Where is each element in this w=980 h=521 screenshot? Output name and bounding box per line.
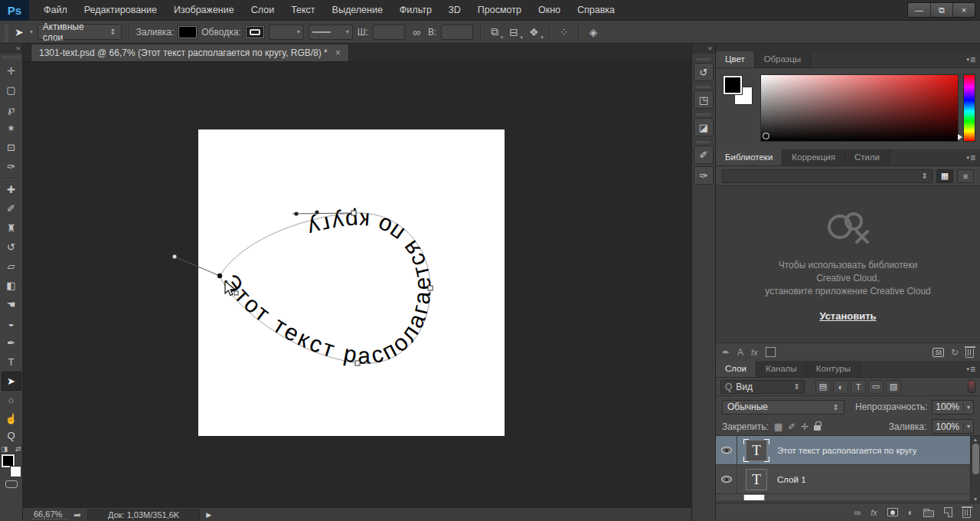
crop-tool[interactable]: ⊡ bbox=[2, 138, 21, 157]
delete-icon[interactable] bbox=[965, 349, 974, 358]
scroll-down-icon[interactable]: ▼ bbox=[973, 496, 978, 502]
tab-layers[interactable]: Слои bbox=[716, 361, 756, 377]
install-link[interactable]: Установить bbox=[819, 310, 876, 322]
stroke-type-dropdown[interactable]: ▾ bbox=[309, 25, 353, 40]
anchor-point-selected[interactable] bbox=[217, 274, 222, 278]
add-character-style-icon[interactable]: A bbox=[737, 347, 743, 358]
swap-colors-icon[interactable]: ⇄ bbox=[15, 445, 21, 453]
layer-style-icon[interactable]: fx bbox=[871, 508, 877, 517]
link-dimensions-icon[interactable]: ∞ bbox=[410, 26, 423, 38]
foreground-color-swatch[interactable] bbox=[724, 76, 742, 94]
share-icon[interactable]: ➦ bbox=[74, 510, 81, 520]
zoom-tool[interactable]: Q bbox=[2, 427, 21, 444]
chevron-down-icon[interactable]: ▾ bbox=[963, 423, 970, 430]
dodge-tool[interactable]: ◒ bbox=[2, 314, 21, 333]
lock-all-icon[interactable] bbox=[814, 425, 821, 431]
panel-menu-icon[interactable]: ▾≡ bbox=[966, 54, 975, 65]
magic-wand-tool[interactable]: ✶ bbox=[2, 119, 21, 138]
layers-scrollbar[interactable]: ▲ ▼ bbox=[970, 436, 980, 503]
brush-tool[interactable]: ✐ bbox=[2, 199, 21, 218]
layer-name[interactable]: Слой 1 bbox=[777, 475, 806, 484]
add-color-icon[interactable] bbox=[766, 347, 776, 357]
color-picker-handle[interactable] bbox=[763, 133, 769, 139]
menu-filter[interactable]: Фильтр bbox=[391, 0, 440, 21]
restore-button[interactable]: ⧉ bbox=[930, 3, 952, 17]
tab-channels[interactable]: Каналы bbox=[756, 361, 807, 377]
healing-brush-tool[interactable]: ✚ bbox=[2, 180, 21, 199]
adobe-stock-icon[interactable]: St bbox=[933, 348, 944, 357]
lock-pixels-icon[interactable]: ✐ bbox=[788, 421, 795, 432]
list-view-button[interactable]: ≡ bbox=[957, 169, 974, 183]
grid-view-button[interactable]: ▦ bbox=[936, 169, 953, 183]
lock-position-icon[interactable]: ✛ bbox=[801, 421, 808, 432]
eye-icon[interactable] bbox=[721, 476, 732, 483]
canvas-workarea[interactable]: Этот текст располагается по кругу bbox=[23, 62, 691, 507]
path-alignment-icon[interactable]: ⊟▾ bbox=[506, 26, 521, 38]
layer-thumbnail-selected[interactable]: T bbox=[743, 439, 769, 462]
hue-strip[interactable] bbox=[963, 74, 975, 142]
add-layer-style-icon[interactable]: fx bbox=[751, 348, 758, 357]
constrain-path-icon[interactable]: ◈ bbox=[586, 26, 600, 38]
delete-layer-icon[interactable] bbox=[962, 509, 971, 518]
link-layers-icon[interactable]: ∞ bbox=[854, 507, 861, 518]
quick-mask-icon[interactable] bbox=[5, 480, 18, 488]
fill-swatch[interactable] bbox=[178, 26, 197, 38]
menu-type[interactable]: Текст bbox=[283, 0, 323, 21]
menu-help[interactable]: Справка bbox=[569, 0, 623, 21]
filtering-toggle[interactable] bbox=[968, 380, 975, 393]
layer-thumbnail[interactable]: T bbox=[743, 468, 769, 491]
chevron-down-icon[interactable]: ▾ bbox=[963, 404, 970, 411]
extra-options-icon[interactable]: ⁘ bbox=[557, 26, 572, 38]
ellipse-tool[interactable]: ○ bbox=[2, 391, 21, 410]
type-layer-thumbnail[interactable]: T bbox=[746, 469, 767, 490]
layer-row-partial[interactable] bbox=[716, 494, 980, 500]
eye-icon[interactable] bbox=[721, 447, 732, 454]
saturation-brightness-picker[interactable] bbox=[760, 74, 959, 142]
tab-swatches[interactable]: Образцы bbox=[755, 51, 811, 67]
shape-height-input[interactable] bbox=[441, 25, 473, 40]
menu-file[interactable]: Файл bbox=[35, 0, 76, 21]
filter-pixel-layers-icon[interactable]: ▤ bbox=[815, 380, 831, 394]
move-tool[interactable]: ✛ bbox=[2, 61, 21, 80]
panel-menu-icon[interactable]: ▾≡ bbox=[966, 152, 975, 163]
lasso-tool[interactable]: ℘ bbox=[2, 100, 21, 119]
layer-row-text[interactable]: T Этот текст располагается по кругу bbox=[716, 436, 980, 465]
collapse-panels-icon[interactable]: « bbox=[692, 44, 715, 54]
info-panel-icon[interactable]: ◪ bbox=[694, 118, 714, 136]
smudge-tool[interactable]: ☚ bbox=[2, 295, 21, 314]
history-brush-tool[interactable]: ↺ bbox=[2, 238, 21, 257]
handle-point[interactable] bbox=[294, 211, 298, 215]
anchor-point[interactable] bbox=[428, 286, 433, 290]
menu-image[interactable]: Изображение bbox=[165, 0, 243, 21]
expand-tools-icon[interactable]: » bbox=[0, 44, 22, 54]
pen-tool[interactable]: ✒ bbox=[2, 333, 21, 352]
layer-row[interactable]: T Слой 1 bbox=[716, 465, 980, 494]
path-arrangement-icon[interactable]: ❖▾ bbox=[526, 26, 542, 38]
brush-panel-icon[interactable]: ✑ bbox=[694, 166, 714, 185]
anchor-point[interactable] bbox=[234, 291, 238, 295]
filter-type-dropdown[interactable]: Q Вид ⇕ bbox=[720, 380, 805, 394]
brush-presets-panel-icon[interactable]: ✐ bbox=[694, 146, 714, 164]
zoom-level-field[interactable]: 66,67% bbox=[32, 510, 67, 519]
stroke-width-dropdown[interactable]: ▾ bbox=[269, 25, 304, 40]
new-group-icon[interactable] bbox=[923, 510, 934, 517]
fill-value-box[interactable]: 100% ▾ bbox=[932, 419, 974, 434]
opacity-value-box[interactable]: 100% ▾ bbox=[932, 400, 974, 415]
adjustment-layer-icon[interactable]: ◐ bbox=[908, 507, 913, 518]
type-tool[interactable]: T bbox=[2, 352, 21, 372]
history-panel-icon[interactable]: ↺ bbox=[694, 63, 714, 81]
panel-menu-icon[interactable]: ▾≡ bbox=[966, 364, 975, 375]
menu-select[interactable]: Выделение bbox=[324, 0, 391, 21]
add-layer-mask-icon[interactable] bbox=[887, 508, 898, 516]
anchor-point[interactable] bbox=[355, 361, 360, 365]
close-tab-icon[interactable]: × bbox=[335, 48, 341, 58]
menu-3d[interactable]: 3D bbox=[440, 0, 469, 21]
stroke-swatch[interactable] bbox=[246, 26, 264, 38]
document-tab[interactable]: 1301-text.psd @ 66,7% (Этот текст распол… bbox=[31, 44, 349, 61]
filter-adjustment-layers-icon[interactable]: ◐ bbox=[833, 380, 848, 394]
tab-color[interactable]: Цвет bbox=[716, 51, 755, 67]
anchor-point[interactable] bbox=[351, 211, 356, 215]
add-graphic-icon[interactable]: ✒ bbox=[722, 347, 730, 358]
layer-name[interactable]: Этот текст располагается по кругу bbox=[777, 446, 916, 455]
handle-point[interactable] bbox=[315, 210, 318, 214]
